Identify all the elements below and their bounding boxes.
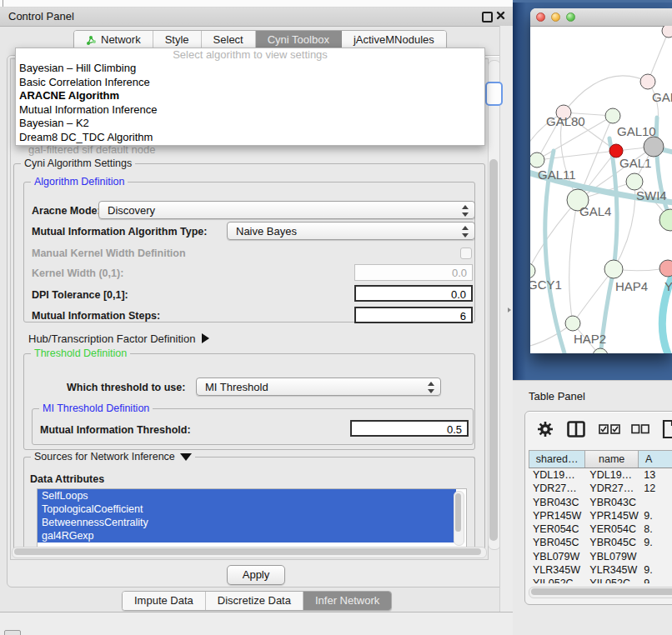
tab-discretize-data[interactable]: Discretize Data: [206, 592, 303, 610]
node-label: HAP2: [574, 332, 606, 346]
tab-label: Style: [165, 31, 189, 49]
unchecked-boxes-icon[interactable]: [631, 424, 649, 434]
mi-threshold-definition-title: MI Threshold Definition: [39, 402, 153, 414]
network-node-swi4[interactable]: [626, 173, 643, 190]
dropdown-item[interactable]: Basic Correlation Inference: [16, 76, 484, 90]
tab-cyni-toolbox[interactable]: Cyni Toolbox: [256, 31, 342, 49]
table-cell: YPR145W: [529, 509, 585, 522]
network-node-hap4[interactable]: [604, 260, 623, 278]
chevron-down-icon: [180, 453, 192, 461]
tab-label: Network: [101, 31, 141, 49]
manual-kernel-width-label: Manual Kernel Width Definition: [32, 248, 186, 259]
data-attributes-label: Data Attributes: [30, 473, 104, 485]
network-node-gal11[interactable]: [530, 152, 544, 168]
network-canvas[interactable]: GALGAL80GAL10GAL1GAL11SWI4GAL4GCY1HAP4YH…: [530, 26, 672, 353]
scrollbar-thumb[interactable]: [489, 159, 498, 541]
network-node[interactable]: [659, 209, 672, 231]
minimize-traffic-light-icon[interactable]: [551, 12, 560, 22]
dropdown-item[interactable]: Bayesian – K2: [16, 117, 484, 131]
table-cell: YIL052C: [585, 577, 639, 583]
column-header-partial[interactable]: A: [639, 451, 672, 468]
kernel-width-input[interactable]: 0.0: [354, 264, 473, 281]
dpi-tolerance-input[interactable]: 0.0: [354, 285, 473, 302]
aracne-mode-combo[interactable]: Discovery: [98, 201, 475, 219]
which-threshold-combo[interactable]: MI Threshold: [196, 378, 441, 396]
gear-icon[interactable]: [537, 421, 554, 438]
attribute-list-item[interactable]: TopologicalCoefficient: [38, 502, 456, 516]
columns-icon[interactable]: [567, 421, 585, 438]
attribute-list-item[interactable]: BetweennessCentrality: [38, 516, 456, 529]
table-row[interactable]: YBL079WYBL079W: [529, 550, 672, 563]
network-view-window[interactable]: GALGAL80GAL10GAL1GAL11SWI4GAL4GCY1HAP4YH…: [530, 8, 672, 353]
attributes-scrollbar[interactable]: [454, 491, 464, 546]
network-node-gal10[interactable]: [605, 108, 620, 123]
tab-label: Impute Data: [134, 592, 193, 610]
table-cell: 13: [639, 468, 672, 482]
network-node[interactable]: [644, 137, 664, 157]
scrollbar-thumb[interactable]: [531, 588, 672, 595]
zoom-traffic-light-icon[interactable]: [566, 12, 575, 22]
tab-jactivemnodules[interactable]: jActiveMNodules: [342, 31, 446, 49]
table-row[interactable]: YBR045CYBR045C9.: [529, 536, 672, 549]
checked-boxes-icon[interactable]: [599, 424, 620, 434]
tab-infer-network[interactable]: Infer Network: [303, 592, 391, 610]
settings-horizontal-scrollbar[interactable]: [12, 547, 487, 558]
scrollbar-thumb[interactable]: [14, 548, 481, 555]
tab-impute-data[interactable]: Impute Data: [123, 592, 206, 610]
sources-toggle[interactable]: Sources for Network Inference: [31, 451, 195, 462]
table-row[interactable]: YIL052CYIL052C9: [529, 577, 672, 583]
network-node-y[interactable]: [659, 260, 672, 277]
attribute-list-item[interactable]: SelfLoops: [38, 489, 456, 502]
close-icon[interactable]: [496, 11, 505, 20]
table-cell: 9.: [639, 536, 672, 549]
apply-button[interactable]: Apply: [227, 565, 285, 585]
attribute-list-item[interactable]: gal4RGexp: [38, 529, 456, 542]
network-window-titlebar[interactable]: [530, 8, 672, 27]
network-node-gal[interactable]: [640, 74, 655, 89]
dropdown-item[interactable]: Dream8 DC_TDC Algorithm: [16, 131, 484, 145]
dropdown-item[interactable]: Bayesian – Hill Climbing: [16, 62, 484, 76]
dropdown-item[interactable]: Mutual Information Inference: [16, 103, 484, 118]
panel-gutter: [499, 26, 514, 612]
table-row[interactable]: YLR345WYLR345W9.: [529, 563, 672, 577]
column-header-shared-name[interactable]: shared…: [529, 451, 585, 468]
bottom-tab-bar: Impute DataDiscretize DataInfer Network: [122, 591, 392, 611]
algorithm-definition-title: Algorithm Definition: [31, 176, 128, 188]
table-row[interactable]: YDR27…YDR27…12: [529, 482, 672, 495]
close-traffic-light-icon[interactable]: [536, 12, 545, 22]
sources-title: Sources for Network Inference: [34, 451, 175, 462]
mi-algorithm-type-combo[interactable]: Naive Bayes: [227, 222, 475, 240]
tab-select[interactable]: Select: [202, 31, 256, 49]
table-cell: YBR045C: [585, 536, 639, 549]
data-attributes-list[interactable]: SelfLoopsTopologicalCoefficientBetweenne…: [37, 488, 467, 548]
table-horizontal-scrollbar[interactable]: [529, 587, 672, 598]
network-node[interactable]: [662, 26, 672, 38]
table-header-row: shared… name A: [529, 450, 672, 468]
which-threshold-label: Which threshold to use:: [67, 382, 185, 393]
table-cell: YLR345W: [529, 563, 585, 577]
network-node-gcy1[interactable]: [530, 263, 535, 278]
table-row[interactable]: YPR145WYPR145W9.: [529, 509, 672, 522]
control-panel-title: Control Panel: [8, 8, 74, 26]
table-cell: YDR27…: [529, 482, 585, 495]
minimized-panel-button[interactable]: [4, 630, 21, 635]
table-row[interactable]: YER054CYER054C8.: [529, 522, 672, 536]
mi-threshold-input[interactable]: 0.5: [350, 420, 469, 437]
dropdown-item[interactable]: ARACNE Algorithm: [16, 89, 484, 103]
node-label: GAL11: [538, 168, 576, 182]
table-cell: 9: [639, 577, 672, 583]
tab-network[interactable]: Network: [74, 31, 153, 49]
table-row[interactable]: YBR043CYBR043C: [529, 496, 672, 509]
float-window-icon[interactable]: [482, 12, 493, 22]
table-row[interactable]: YDL19…YDL19…13: [529, 468, 672, 482]
kernel-width-label: Kernel Width (0,1):: [32, 268, 123, 279]
document-icon[interactable]: [662, 419, 672, 439]
chevron-right-icon: [202, 333, 209, 343]
manual-kernel-width-checkbox[interactable]: [460, 248, 472, 259]
mi-steps-input[interactable]: 6: [354, 307, 473, 323]
network-node-hap2[interactable]: [565, 316, 580, 331]
column-header-name[interactable]: name: [585, 451, 639, 468]
tab-style[interactable]: Style: [153, 31, 202, 49]
table-cell: YLR345W: [585, 563, 639, 577]
hub-definition-toggle[interactable]: Hub/Transcription Factor Definition: [28, 332, 209, 345]
